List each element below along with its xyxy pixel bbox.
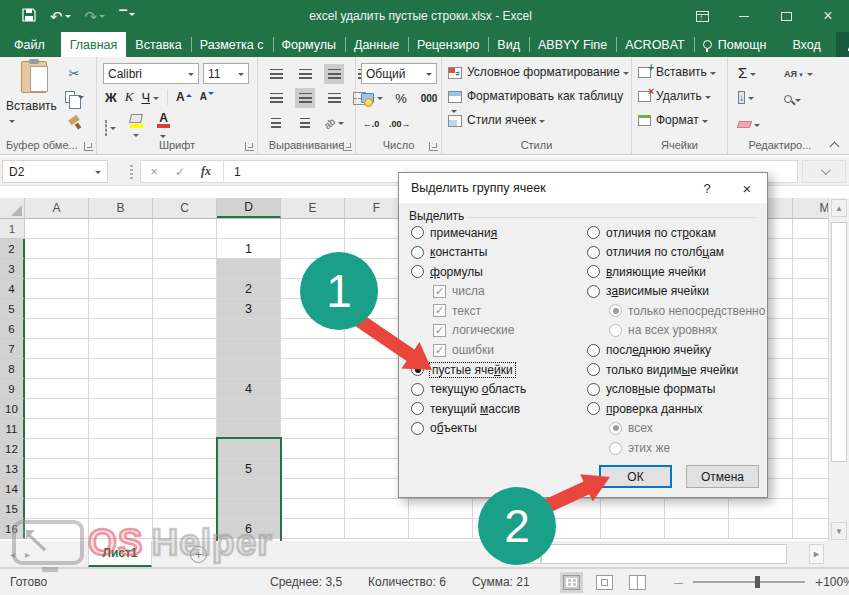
cell-K16[interactable] [665,519,729,539]
align-right-button[interactable] [324,88,344,108]
tab-insert[interactable]: Вставка [126,32,190,57]
row-header-10[interactable]: 10 [0,399,25,419]
radio-dependents[interactable]: зависимые ячейки [587,284,765,299]
copy-button[interactable] [64,87,84,107]
cell-D7[interactable] [217,339,281,359]
cell-C15[interactable] [153,499,217,519]
cell-E12[interactable] [281,439,345,459]
name-box[interactable]: D2 [2,160,108,183]
cell-D6[interactable] [217,319,281,339]
cell-B12[interactable] [89,439,153,459]
formula-bar-resize-handle[interactable] [130,165,133,179]
column-header-D[interactable]: D [217,198,281,218]
row-header-9[interactable]: 9 [0,379,25,399]
radio-row-differences[interactable]: отличия по строкам [587,225,765,240]
cell-M10[interactable] [793,399,828,419]
tab-view[interactable]: Вид [488,32,529,57]
clear-button[interactable] [738,117,760,131]
row-header-8[interactable]: 8 [0,359,25,379]
undo-icon[interactable]: ↶ [50,9,71,24]
customize-qat-icon[interactable]: ▔ [119,11,135,21]
radio-data-validation[interactable]: проверка данных [587,401,765,416]
cell-C2[interactable] [153,239,217,259]
decrease-indent-button[interactable] [266,113,286,133]
cell-D14[interactable] [217,479,281,499]
cell-C12[interactable] [153,439,217,459]
column-header-B[interactable]: B [89,198,153,218]
cell-A11[interactable] [25,419,89,439]
cell-B5[interactable] [89,299,153,319]
cell-M1[interactable] [793,219,828,239]
cell-A10[interactable] [25,399,89,419]
radio-blanks[interactable]: пустые ячейки [411,362,583,377]
cell-styles-button[interactable]: Стили ячеек [448,113,545,127]
sheet-tab[interactable]: Лист1 [88,541,152,567]
decrease-decimal-button[interactable]: .00→ [389,114,411,134]
cell-B4[interactable] [89,279,153,299]
cell-D4[interactable]: 2 [217,279,281,299]
tab-data[interactable]: Данные [345,32,408,57]
cell-A15[interactable] [25,499,89,519]
cell-C8[interactable] [153,359,217,379]
save-icon[interactable] [22,8,36,24]
column-header-A[interactable]: A [25,198,89,218]
increase-indent-button[interactable] [295,113,315,133]
cell-M16[interactable] [793,519,828,539]
row-header-16[interactable]: 16 [0,519,25,539]
number-format-combo[interactable]: Общий [361,63,437,84]
radio-visible-cells-only[interactable]: только видимые ячейки [587,362,765,377]
cell-M6[interactable] [793,319,828,339]
radio-current-array[interactable]: текущий массив [411,401,583,416]
share-button[interactable]: Общий доступ [836,32,849,57]
column-header-E[interactable]: E [281,198,345,218]
cut-button[interactable] [64,63,84,83]
cell-J15[interactable] [601,499,665,519]
cell-E8[interactable] [281,359,345,379]
insert-cells-button[interactable]: Вставить [638,65,716,79]
close-button[interactable]: × [807,0,849,32]
cell-C7[interactable] [153,339,217,359]
cell-M14[interactable] [793,479,828,499]
prev-sheet-icon[interactable]: ◂ [10,549,15,560]
column-header-M[interactable]: M [793,198,828,218]
minimize-button[interactable] [723,0,765,32]
cell-G15[interactable] [409,499,473,519]
undo-dropdown-icon[interactable] [65,15,71,21]
page-break-view-button[interactable] [629,575,646,590]
cell-A6[interactable] [25,319,89,339]
cell-D12[interactable] [217,439,281,459]
cell-L16[interactable] [729,519,793,539]
cell-A14[interactable] [25,479,89,499]
cell-D10[interactable] [217,399,281,419]
cell-B16[interactable] [89,519,153,539]
cell-C14[interactable] [153,479,217,499]
cell-D8[interactable] [217,359,281,379]
row-header-11[interactable]: 11 [0,419,25,439]
ribbon-display-options-button[interactable] [681,0,723,32]
cell-F15[interactable] [345,499,409,519]
cell-B14[interactable] [89,479,153,499]
row-header-4[interactable]: 4 [0,279,25,299]
radio-last-cell[interactable]: последнюю ячейку [587,343,765,358]
increase-decimal-button[interactable]: ←.0 [361,114,381,134]
row-header-12[interactable]: 12 [0,439,25,459]
tab-formulas[interactable]: Формулы [273,32,345,57]
font-color-button[interactable]: А [157,113,170,142]
cell-B8[interactable] [89,359,153,379]
radio-constants[interactable]: константы [411,245,583,260]
cell-E1[interactable] [281,219,345,239]
tab-page-layout[interactable]: Разметка с [191,32,273,57]
delete-cells-button[interactable]: Удалить [638,89,711,103]
insert-function-button[interactable]: fx [193,164,219,179]
radio-objects[interactable]: объекты [411,421,583,436]
align-center-button[interactable] [295,88,315,108]
cell-M9[interactable] [793,379,828,399]
cell-E10[interactable] [281,399,345,419]
cell-A7[interactable] [25,339,89,359]
tab-acrobat[interactable]: ACROBAT [616,32,694,57]
cell-M13[interactable] [793,459,828,479]
cell-C13[interactable] [153,459,217,479]
scroll-up-icon[interactable]: ▲ [831,199,847,217]
cell-A9[interactable] [25,379,89,399]
cell-D11[interactable] [217,419,281,439]
